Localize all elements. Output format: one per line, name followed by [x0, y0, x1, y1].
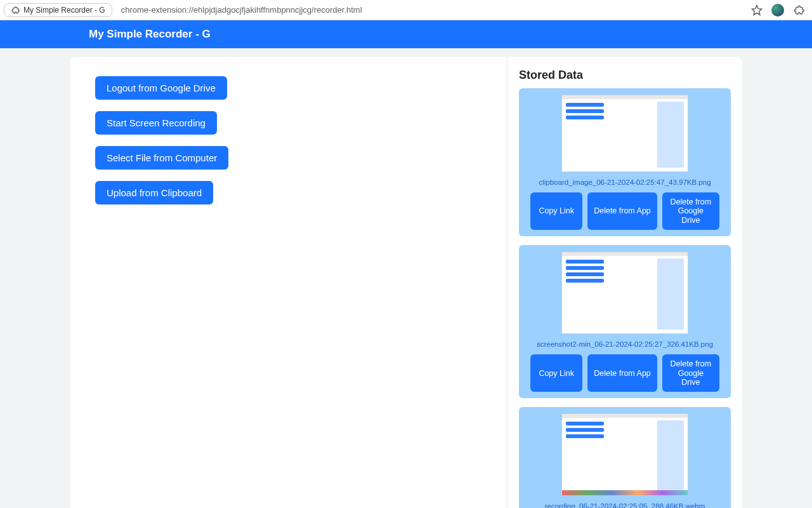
- delete-from-drive-button[interactable]: Delete from Google Drive: [662, 354, 719, 392]
- browser-action-icons: [751, 4, 808, 17]
- thumbnail[interactable]: [561, 413, 688, 496]
- stored-item: clipboard_image_06-21-2024-02:25:47_43.9…: [519, 88, 731, 236]
- delete-from-app-button[interactable]: Delete from App: [587, 354, 657, 392]
- thumbnail[interactable]: [561, 95, 688, 172]
- delete-from-drive-button[interactable]: Delete from Google Drive: [662, 192, 719, 230]
- actions-panel: Logout from Google Drive Start Screen Re…: [70, 57, 508, 508]
- logout-button[interactable]: Logout from Google Drive: [95, 76, 227, 100]
- extension-icon: [11, 6, 20, 15]
- main-card: Logout from Google Drive Start Screen Re…: [70, 57, 742, 508]
- stored-item: recording_06-21-2024-02:25:05_288.46KB.w…: [519, 407, 731, 508]
- stored-data-panel: Stored Data clipboard_image_06-21-2024-0…: [508, 57, 742, 508]
- app-title: My Simple Recorder - G: [89, 28, 211, 41]
- profile-avatar[interactable]: [771, 4, 784, 17]
- extensions-puzzle-icon[interactable]: [793, 4, 804, 16]
- file-link[interactable]: recording_06-21-2024-02:25:05_288.46KB.w…: [525, 502, 724, 508]
- browser-chrome-bar: My Simple Recorder - G chrome-extension:…: [0, 0, 812, 20]
- select-file-button[interactable]: Select File from Computer: [95, 146, 228, 170]
- thumbnail[interactable]: [561, 251, 688, 334]
- copy-link-button[interactable]: Copy Link: [530, 354, 582, 392]
- app-header: My Simple Recorder - G: [0, 20, 812, 48]
- tab-title: My Simple Recorder - G: [23, 6, 105, 15]
- bookmark-star-icon[interactable]: [751, 4, 763, 16]
- file-link[interactable]: clipboard_image_06-21-2024-02:25:47_43.9…: [525, 178, 724, 186]
- copy-link-button[interactable]: Copy Link: [530, 192, 582, 230]
- svg-marker-0: [752, 5, 762, 15]
- start-recording-button[interactable]: Start Screen Recording: [95, 111, 217, 135]
- item-button-row: Copy Link Delete from App Delete from Go…: [525, 354, 724, 392]
- stored-item: screenshot2-min_06-21-2024-02:25:27_326.…: [519, 245, 731, 398]
- delete-from-app-button[interactable]: Delete from App: [587, 192, 657, 230]
- address-bar-url[interactable]: chrome-extension://ehlpjdjadgocjfjakihff…: [117, 5, 746, 15]
- page-wrap: Logout from Google Drive Start Screen Re…: [0, 48, 812, 508]
- file-link[interactable]: screenshot2-min_06-21-2024-02:25:27_326.…: [525, 340, 724, 348]
- stored-data-title: Stored Data: [519, 69, 731, 82]
- upload-clipboard-button[interactable]: Upload from Clipboard: [95, 181, 213, 204]
- item-button-row: Copy Link Delete from App Delete from Go…: [525, 192, 724, 230]
- browser-tab[interactable]: My Simple Recorder - G: [4, 3, 112, 17]
